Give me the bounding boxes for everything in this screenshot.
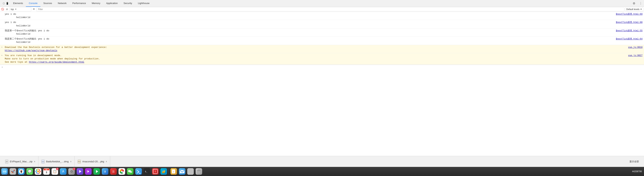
taskbar-app-systemprefs[interactable]: 1 bbox=[68, 167, 76, 176]
download-item-3[interactable]: PKG Anaconda3-20....pkg ∧ bbox=[75, 156, 110, 167]
messages-icon: 💬 bbox=[26, 168, 33, 175]
svg-text:🔐: 🔐 bbox=[162, 170, 166, 173]
filter-input[interactable] bbox=[36, 7, 624, 11]
deployment-link[interactable]: https://vuejs.org/guide/deployment.html bbox=[29, 61, 84, 64]
console-output: yes i do helloWorld $nextTick原理.html:69 … bbox=[0, 12, 644, 156]
chrome-icon bbox=[118, 168, 125, 175]
entry-source-link-4[interactable]: $nextTick原理.html:64 bbox=[616, 38, 642, 40]
devtools-link[interactable]: https://github.com/vuejs/vue-devtools bbox=[5, 49, 57, 52]
download-chevron-3[interactable]: ∧ bbox=[106, 160, 107, 163]
entry-source-link-1[interactable]: $nextTick原理.html:69 bbox=[616, 13, 642, 16]
taskbar-app-qbittorrent[interactable]: ⬇ bbox=[101, 167, 109, 176]
entry-source-link-5[interactable]: vue.js:9018 bbox=[628, 46, 642, 49]
console-prompt[interactable]: › bbox=[0, 65, 644, 70]
svg-text:⬇: ⬇ bbox=[104, 170, 106, 173]
taskbar-app-finalcut[interactable] bbox=[84, 167, 92, 176]
tab-console[interactable]: Console bbox=[26, 0, 40, 7]
taskbar-app-trash[interactable] bbox=[195, 167, 203, 176]
entry-source-2[interactable]: $nextTick原理.html:80 bbox=[614, 20, 644, 28]
mail-icon bbox=[179, 168, 186, 175]
svg-point-20 bbox=[38, 173, 39, 174]
download-dmg-icon: DMG bbox=[41, 160, 44, 164]
taskbar-app-chrome[interactable] bbox=[118, 167, 126, 176]
qbittorrent-icon: ⬇ bbox=[102, 168, 108, 175]
taskbar-app-baidu[interactable]: 百 bbox=[109, 167, 118, 176]
context-selector[interactable]: top ▼ bbox=[10, 7, 31, 11]
svg-text:DMG: DMG bbox=[42, 161, 44, 162]
taskbar-app-terminal[interactable]: $_ bbox=[143, 167, 151, 176]
tab-application[interactable]: Application bbox=[103, 0, 121, 7]
svg-point-25 bbox=[36, 172, 37, 174]
svg-point-26 bbox=[39, 172, 40, 174]
taskbar-app-calendar[interactable]: 6月 3 bbox=[42, 167, 51, 176]
taskbar: 🚀 💬 bbox=[0, 167, 644, 176]
svg-text:📋: 📋 bbox=[53, 170, 57, 174]
eye-icon[interactable]: 👁 bbox=[32, 8, 36, 11]
taskbar-app-blank[interactable] bbox=[186, 167, 195, 176]
tab-performance[interactable]: Performance bbox=[70, 0, 89, 7]
taskbar-app-safari[interactable] bbox=[17, 167, 26, 176]
mobile-icon[interactable]: 📱 bbox=[6, 2, 9, 5]
entry-gutter-6: ⚠ bbox=[0, 54, 4, 64]
taskbar-app-vscode[interactable] bbox=[134, 167, 143, 176]
tab-security[interactable]: Security bbox=[120, 0, 135, 7]
taskbar-app-finder[interactable] bbox=[0, 167, 9, 176]
download-item-1[interactable]: ZIP EVPlayer2_Mac....zip ∧ bbox=[2, 156, 38, 167]
tes-icon: T bbox=[152, 168, 159, 175]
svg-point-23 bbox=[36, 170, 37, 171]
console-entry-5: ⚠ Download the Vue Devtools extension fo… bbox=[0, 45, 644, 53]
download-chevron-2[interactable]: ∧ bbox=[70, 160, 72, 163]
svg-text:ZIP: ZIP bbox=[6, 161, 8, 162]
prompt-arrow-icon: › bbox=[2, 66, 3, 69]
taskbar-app-photos[interactable] bbox=[34, 167, 42, 176]
taskbar-app-stremio[interactable] bbox=[76, 167, 84, 176]
console-entry-6: ⚠ You are running Vue in development mod… bbox=[0, 53, 644, 65]
terminal-icon: $_ bbox=[144, 168, 150, 175]
taskbar-app-wechat[interactable] bbox=[126, 167, 134, 176]
clear-console-icon[interactable]: 🚫 bbox=[1, 8, 4, 11]
entry-source-link-6[interactable]: vue.js:9027 bbox=[628, 54, 642, 57]
downloads-bar: ZIP EVPlayer2_Mac....zip ∧ DMG BaiduNetd… bbox=[0, 156, 644, 167]
entry-source-1[interactable]: $nextTick原理.html:69 bbox=[614, 12, 644, 20]
taskbar-app-infuse[interactable] bbox=[92, 167, 101, 176]
tab-network[interactable]: Network bbox=[55, 0, 70, 7]
console-entry-4: 我是第二个$nextTick的输出 yes i do helloWorld $n… bbox=[0, 36, 644, 45]
download-name-2: BaiduNetdisk_....dmg bbox=[46, 160, 69, 163]
taskbar-app-preview[interactable]: ▲ bbox=[170, 167, 178, 176]
entry-source-link-2[interactable]: $nextTick原理.html:80 bbox=[616, 21, 642, 24]
entry-source-6[interactable]: vue.js:9027 bbox=[627, 54, 644, 64]
taskbar-app-appstore[interactable]: A bbox=[59, 167, 68, 176]
svg-point-45 bbox=[130, 171, 132, 173]
preview-icon: ▲ bbox=[170, 168, 177, 175]
entry-source-link-3[interactable]: $nextTick原理.html:55 bbox=[616, 30, 642, 32]
taskbar-app-enpass[interactable]: 🔐 bbox=[160, 167, 168, 176]
show-all-downloads-button[interactable]: 显示全部 bbox=[626, 160, 642, 163]
taskbar-app-launchpad[interactable]: 🚀 bbox=[9, 167, 17, 176]
settings-icon[interactable]: ⚙ bbox=[630, 2, 638, 5]
entry-source-4[interactable]: $nextTick原理.html:64 bbox=[614, 37, 644, 44]
taskbar-app-messages[interactable]: 💬 bbox=[26, 167, 34, 176]
tab-sources[interactable]: Sources bbox=[40, 0, 55, 7]
download-chevron-1[interactable]: ∧ bbox=[34, 160, 35, 163]
entry-source-5[interactable]: vue.js:9018 bbox=[627, 45, 644, 53]
inspect-icon[interactable]: ⬡ bbox=[2, 2, 5, 5]
taskbar-app-tes[interactable]: T bbox=[151, 167, 160, 176]
calendar-icon: 6月 3 bbox=[43, 168, 50, 175]
download-item-2[interactable]: DMG BaiduNetdisk_....dmg ∧ bbox=[38, 156, 75, 167]
svg-point-18 bbox=[37, 170, 39, 172]
svg-point-34 bbox=[71, 171, 72, 172]
more-options-icon[interactable]: ⋮ bbox=[638, 2, 644, 5]
levels-dropdown[interactable]: Default levels ▼ bbox=[625, 7, 643, 11]
entry-gutter-1 bbox=[0, 12, 4, 20]
tab-elements[interactable]: Elements bbox=[10, 0, 26, 7]
systemprefs-badge: 1 bbox=[73, 168, 76, 170]
tab-lighthouse[interactable]: Lighthouse bbox=[135, 0, 152, 7]
wechat-icon bbox=[127, 168, 134, 175]
tab-memory[interactable]: Memory bbox=[89, 0, 103, 7]
entry-source-3[interactable]: $nextTick原理.html:55 bbox=[614, 29, 644, 36]
filter-toggle-icon[interactable]: ⊘ bbox=[5, 8, 9, 11]
entry-gutter-4 bbox=[0, 37, 4, 44]
finalcut-icon bbox=[85, 168, 92, 175]
taskbar-app-mail[interactable] bbox=[178, 167, 186, 176]
taskbar-app-reminders[interactable]: 📋 2 bbox=[51, 167, 59, 176]
